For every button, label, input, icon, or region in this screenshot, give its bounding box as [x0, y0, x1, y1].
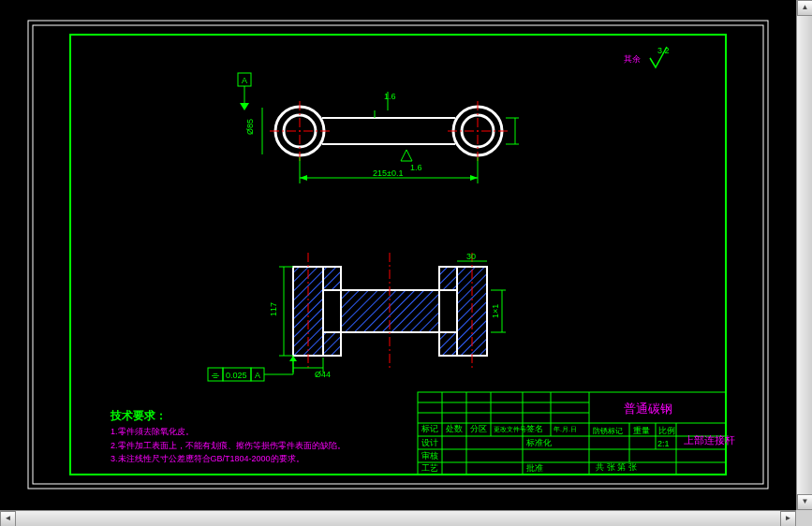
section-view: 117 Ø44 1×1 30: [269, 252, 506, 379]
tol-sym: ⌯: [211, 371, 219, 380]
scroll-right-button[interactable]: ►: [780, 511, 796, 526]
svg-rect-24: [323, 332, 341, 356]
dim-1x1: 1×1: [491, 304, 500, 318]
tech-line-3: 3.未注线性尺寸公差應符合GB/T1804-2000的要求。: [111, 452, 346, 465]
tb-r1c1: 标记: [421, 424, 438, 433]
general-roughness: 其余 3.2: [624, 46, 670, 67]
datum-letter: A: [242, 76, 247, 85]
svg-rect-27: [439, 332, 457, 356]
cad-drawing-canvas[interactable]: A 1.6 1.6 215±0.1 Ø85 117 Ø44 1×1: [0, 0, 796, 510]
svg-rect-26: [439, 267, 457, 290]
tech-line-1: 1.零件须去除氧化皮。: [111, 425, 346, 438]
tol-datum: A: [255, 371, 260, 380]
rough-val: 3.2: [657, 46, 670, 55]
technical-requirements: 技术要求： 1.零件须去除氧化皮。 2.零件加工表面上，不能有划痕、擦伤等损伤零…: [111, 407, 346, 465]
tb-r3c1: 审核: [421, 451, 438, 460]
rest-label: 其余: [624, 54, 641, 64]
tb-side3: 比例: [658, 426, 675, 435]
dim-1-6: 1.6: [384, 92, 396, 101]
tb-r4c2: 批准: [526, 463, 543, 473]
tb-r1c3: 分区: [470, 424, 487, 433]
material: 普通碳钢: [624, 402, 672, 416]
top-view: A 1.6 1.6 215±0.1 Ø85: [238, 73, 519, 183]
tech-title: 技术要求：: [111, 407, 346, 425]
dim-30: 30: [466, 252, 476, 261]
dim-215: 215±0.1: [373, 168, 403, 178]
tol-val: 0.025: [226, 371, 247, 380]
tb-r2c1: 设计: [421, 438, 438, 447]
tb-side1: 防锈标记: [593, 427, 623, 435]
tb-r1c4: 更改文件号: [494, 426, 526, 433]
tb-bottom: 共 张 第 张: [596, 462, 637, 472]
tolerance-frame: ⌯ 0.025 A: [208, 356, 297, 381]
surf-1-6: 1.6: [410, 163, 422, 172]
scroll-left-button[interactable]: ◄: [0, 511, 16, 526]
tb-r4c1: 工艺: [421, 463, 438, 473]
tb-side2: 重量: [633, 426, 650, 435]
scroll-up-button[interactable]: ▲: [797, 0, 812, 16]
dim-117: 117: [269, 302, 278, 316]
dim-d44: Ø44: [315, 370, 331, 379]
tb-r1c5: 签名: [526, 424, 543, 433]
title-block: [418, 392, 726, 475]
horizontal-scrollbar[interactable]: ◄ ►: [0, 510, 796, 526]
tb-r1c2: 处数: [446, 424, 463, 433]
tb-r1c6: 年.月.日: [554, 426, 577, 432]
svg-rect-23: [323, 267, 341, 290]
scrollbar-corner: [796, 510, 812, 526]
scroll-down-button[interactable]: ▼: [797, 494, 812, 510]
tb-scale: 2:1: [657, 439, 670, 448]
vertical-scrollbar[interactable]: ▲ ▼: [796, 0, 812, 510]
tech-line-2: 2.零件加工表面上，不能有划痕、擦伤等损伤零件表面的缺陷。: [111, 439, 346, 452]
part-name: 上部连接杆: [684, 434, 735, 446]
tb-r2c3: 标准化: [525, 438, 552, 447]
dim-d85: Ø85: [245, 119, 255, 135]
